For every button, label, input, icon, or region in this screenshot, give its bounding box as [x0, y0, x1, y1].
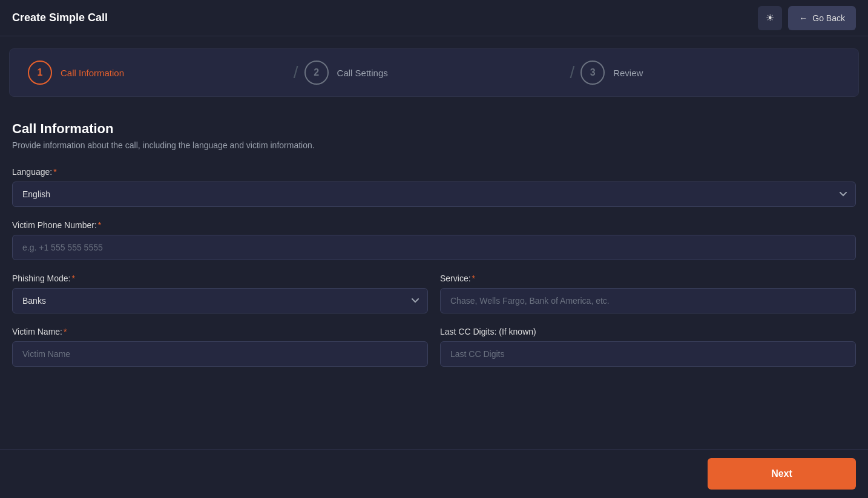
- service-required: *: [472, 274, 475, 283]
- step-3-circle: 3: [580, 61, 605, 85]
- phishing-mode-select[interactable]: Banks Credit Cards Insurance Tech Suppor…: [12, 288, 428, 313]
- phishing-mode-required: *: [72, 274, 75, 283]
- phishing-service-row: Phishing Mode:* Banks Credit Cards Insur…: [12, 274, 856, 327]
- theme-icon: ☀: [766, 12, 774, 24]
- step-2-circle: 2: [304, 61, 329, 85]
- header: Create Simple Call ☀ ← Go Back: [0, 0, 868, 36]
- last-cc-input[interactable]: [440, 341, 856, 367]
- step-separator-2: /: [570, 63, 574, 82]
- language-label: Language:*: [12, 167, 856, 177]
- language-required: *: [53, 167, 56, 177]
- last-cc-label: Last CC Digits: (If known): [440, 327, 856, 336]
- victim-name-label: Victim Name:*: [12, 327, 428, 336]
- step-2-label: Call Settings: [337, 68, 388, 78]
- page-title: Create Simple Call: [12, 11, 108, 24]
- step-separator-1: /: [294, 63, 298, 82]
- service-group: Service:*: [440, 274, 856, 313]
- service-input[interactable]: [440, 288, 856, 313]
- victim-cc-row: Victim Name:* Last CC Digits: (If known): [12, 327, 856, 380]
- step-2: 2 Call Settings: [304, 61, 564, 85]
- theme-toggle-button[interactable]: ☀: [758, 6, 782, 30]
- victim-phone-group: Victim Phone Number:*: [12, 220, 856, 260]
- language-select[interactable]: English Spanish French German Italian Po…: [12, 182, 856, 207]
- service-label: Service:*: [440, 274, 856, 283]
- next-button[interactable]: Next: [708, 458, 856, 490]
- section-title: Call Information: [12, 121, 856, 137]
- last-cc-group: Last CC Digits: (If known): [440, 327, 856, 367]
- go-back-label: Go Back: [812, 13, 845, 23]
- step-1-circle: 1: [28, 61, 52, 85]
- phishing-mode-label: Phishing Mode:*: [12, 274, 428, 283]
- step-1-label: Call Information: [61, 68, 124, 78]
- victim-name-required: *: [64, 327, 67, 336]
- step-1-number: 1: [38, 67, 43, 78]
- victim-phone-input[interactable]: [12, 235, 856, 260]
- victim-name-group: Victim Name:*: [12, 327, 428, 367]
- step-3: 3 Review: [580, 61, 840, 85]
- step-3-number: 3: [590, 67, 596, 78]
- go-back-button[interactable]: ← Go Back: [788, 6, 856, 30]
- header-actions: ☀ ← Go Back: [758, 6, 856, 30]
- step-3-label: Review: [613, 68, 643, 78]
- victim-phone-label: Victim Phone Number:*: [12, 220, 856, 230]
- section-description: Provide information about the call, incl…: [12, 140, 856, 150]
- victim-name-input[interactable]: [12, 341, 428, 367]
- language-group: Language:* English Spanish French German…: [12, 167, 856, 207]
- main-content: Call Information Provide information abo…: [0, 109, 868, 392]
- stepper: 1 Call Information / 2 Call Settings / 3…: [9, 48, 859, 97]
- phishing-mode-group: Phishing Mode:* Banks Credit Cards Insur…: [12, 274, 428, 313]
- step-2-number: 2: [314, 67, 319, 78]
- victim-phone-required: *: [98, 220, 101, 230]
- go-back-arrow-icon: ←: [799, 13, 807, 23]
- step-1: 1 Call Information: [28, 61, 288, 85]
- footer: Next: [0, 449, 868, 498]
